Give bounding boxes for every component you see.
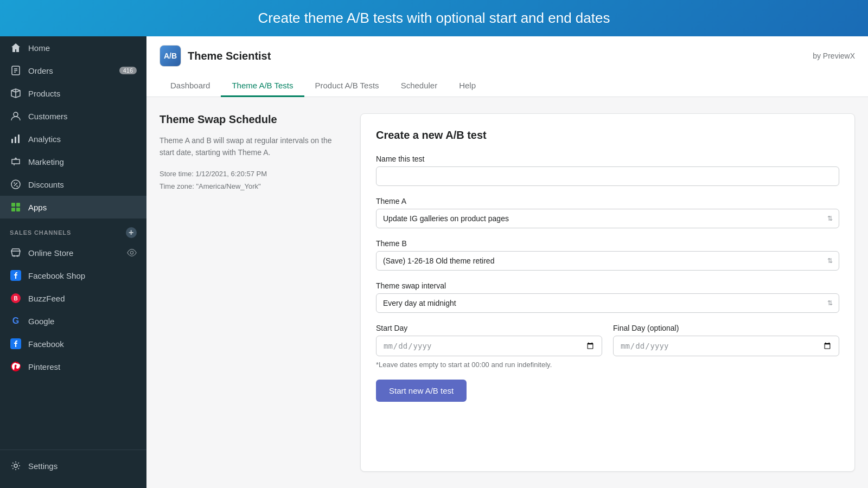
left-panel-description: Theme A and B will swap at regular inter… [159,134,344,159]
sidebar-label-marketing: Marketing [28,157,64,166]
left-panel-title: Theme Swap Schedule [159,113,344,126]
sidebar-label-facebook: Facebook [28,339,64,349]
tab-scheduler[interactable]: Scheduler [390,75,449,97]
sidebar-item-facebook[interactable]: Facebook [0,332,146,355]
sidebar-label-apps: Apps [28,203,47,212]
sidebar-item-online-store[interactable]: Online Store [0,241,146,264]
sidebar-item-products[interactable]: Products [0,82,146,105]
sidebar-label-buzzfeed: BuzzFeed [28,294,65,303]
theme-a-label: Theme A [376,197,839,206]
svg-rect-11 [11,208,15,211]
sidebar-label-pinterest: Pinterest [28,362,60,371]
final-day-input[interactable] [613,336,839,356]
tab-product-ab-tests[interactable]: Product A/B Tests [304,75,390,97]
sidebar-label-google: Google [28,317,54,326]
banner-text: Create theme A/B tests with optional sta… [258,10,610,26]
sidebar-item-settings[interactable]: Settings [0,454,146,477]
sidebar-label-settings: Settings [28,461,58,471]
name-input[interactable] [376,166,839,186]
theme-b-label: Theme B [376,239,839,248]
store-info: Store time: 1/12/2021, 6:20:57 PM Time z… [159,168,344,193]
svg-rect-7 [18,134,20,143]
start-ab-test-button[interactable]: Start new A/B test [376,380,467,402]
form-card: Create a new A/B test Name this test The… [360,113,855,472]
sidebar-item-pinterest[interactable]: Pinterest [0,355,146,378]
pinterest-icon [10,361,22,373]
form-group-theme-b: Theme B (Save) 1-26-18 Old theme retired… [376,239,839,271]
interval-select[interactable]: Every day at midnightEvery 12 hoursEvery… [376,293,839,313]
buzzfeed-icon: B [10,292,22,304]
final-day-label: Final Day (optional) [613,324,839,332]
customers-icon [10,110,22,122]
analytics-icon [10,133,22,145]
store-icon [10,247,22,259]
top-banner: Create theme A/B tests with optional sta… [0,0,868,36]
orders-icon [10,65,22,76]
sidebar-item-marketing[interactable]: Marketing [0,150,146,173]
sidebar-label-analytics: Analytics [28,134,61,144]
online-store-eye-icon[interactable] [127,248,137,258]
timezone: Time zone: "America/New_York" [159,180,344,192]
form-group-name: Name this test [376,155,839,186]
hint-text: *Leave dates empty to start at 00:00 and… [376,361,839,369]
tab-dashboard[interactable]: Dashboard [159,75,221,97]
sidebar-item-google[interactable]: G Google [0,310,146,332]
sidebar-label-products: Products [28,89,60,98]
home-icon [10,42,22,54]
form-title: Create a new A/B test [376,129,839,142]
sidebar-item-home[interactable]: Home [0,36,146,59]
apps-icon [10,201,22,213]
theme-b-select[interactable]: (Save) 1-26-18 Old theme retiredDefault … [376,251,839,271]
start-day-input[interactable] [376,336,602,356]
discounts-icon [10,178,22,190]
sales-channels-section: SALES CHANNELS + [0,219,146,241]
sales-channels-label: SALES CHANNELS [10,229,71,236]
svg-text:G: G [12,316,19,325]
sidebar-item-buzzfeed[interactable]: B BuzzFeed [0,287,146,310]
app-icon: A/B [159,45,181,67]
sidebar-label-discounts: Discounts [28,180,64,189]
sidebar-label-customers: Customers [28,112,68,121]
content-area: A/B Theme Scientist by PreviewX Dashboar… [146,36,868,488]
sidebar-label-facebook-shop: Facebook Shop [28,271,85,280]
tab-help[interactable]: Help [448,75,487,97]
left-panel: Theme Swap Schedule Theme A and B will s… [159,113,344,472]
svg-point-22 [14,464,17,467]
sidebar-item-orders[interactable]: Orders 416 [0,59,146,82]
final-day-group: Final Day (optional) [613,324,839,356]
tab-theme-ab-tests[interactable]: Theme A/B Tests [221,75,304,97]
interval-label: Theme swap interval [376,281,839,290]
svg-rect-12 [16,208,20,211]
settings-icon [10,460,22,472]
app-title: Theme Scientist [188,50,271,62]
svg-rect-10 [16,203,20,207]
sidebar-item-discounts[interactable]: Discounts [0,173,146,196]
app-header: A/B Theme Scientist by PreviewX Dashboar… [146,36,868,97]
sidebar-item-analytics[interactable]: Analytics [0,127,146,150]
google-icon: G [10,315,22,327]
svg-rect-6 [15,137,16,143]
sidebar-label-online-store: Online Store [28,248,73,258]
name-label: Name this test [376,155,839,163]
form-group-interval: Theme swap interval Every day at midnigh… [376,281,839,313]
by-previewx: by PreviewX [813,52,855,60]
interval-select-wrapper: Every day at midnightEvery 12 hoursEvery… [376,293,839,313]
store-time: Store time: 1/12/2021, 6:20:57 PM [159,168,344,180]
svg-rect-9 [11,203,15,207]
start-day-label: Start Day [376,324,602,332]
marketing-icon [10,156,22,168]
svg-text:B: B [14,296,17,301]
sidebar-item-apps[interactable]: Apps [0,196,146,219]
svg-point-4 [14,112,18,117]
svg-point-15 [130,251,133,254]
add-sales-channel-button[interactable]: + [126,227,137,238]
svg-point-13 [14,255,15,257]
sidebar-label-home: Home [28,43,50,53]
sidebar-item-facebook-shop[interactable]: Facebook Shop [0,264,146,287]
sidebar-item-customers[interactable]: Customers [0,105,146,127]
sidebar: Home Orders 416 Prod [0,36,146,488]
theme-a-select[interactable]: Update IG galleries on product pagesDefa… [376,209,839,228]
tabs: Dashboard Theme A/B Tests Product A/B Te… [159,75,855,97]
svg-point-14 [17,255,18,257]
start-day-group: Start Day [376,324,602,356]
